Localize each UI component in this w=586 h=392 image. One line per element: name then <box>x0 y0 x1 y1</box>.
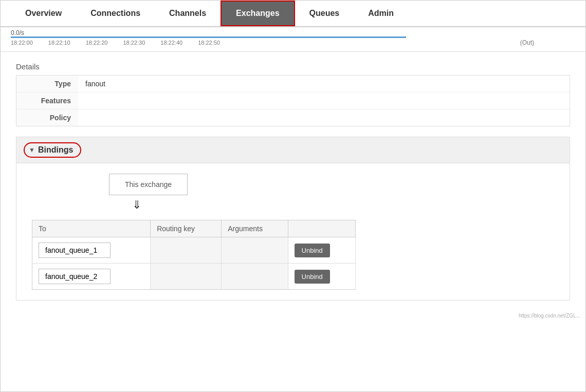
col-header-routing-key: Routing key <box>151 220 222 237</box>
details-value-policy <box>78 109 570 126</box>
binding-arguments-2 <box>222 264 288 290</box>
binding-to-1: fanout_queue_1 <box>32 237 151 264</box>
nav-item-connections[interactable]: Connections <box>76 2 155 25</box>
binding-action-2: Unbind <box>288 264 355 290</box>
bindings-body: This exchange ⇓ To Routing key Arguments… <box>16 163 570 301</box>
table-row: fanout_queue_1 Unbind <box>32 237 356 264</box>
details-section-title: Details <box>16 62 570 71</box>
timeline-label-5: 18:22:50 <box>198 40 220 46</box>
main-container: Overview Connections Channels Exchanges … <box>0 0 586 392</box>
details-row-type: Type fanout <box>16 76 570 92</box>
nav-item-exchanges[interactable]: Exchanges <box>221 1 295 26</box>
content: Details Type fanout Features Policy ▼ Bi… <box>1 52 585 311</box>
nav-item-queues[interactable]: Queues <box>295 2 354 25</box>
details-label-type: Type <box>16 76 78 92</box>
binding-action-1: Unbind <box>288 237 355 264</box>
col-header-action <box>288 220 355 237</box>
timeline-label-3: 18:22:30 <box>123 40 145 46</box>
nav-item-overview[interactable]: Overview <box>11 2 76 25</box>
arrow-down-icon: ⇓ <box>132 198 554 212</box>
nav-bar: Overview Connections Channels Exchanges … <box>1 1 585 27</box>
bindings-circle-highlight: ▼ Bindings <box>24 142 81 158</box>
binding-routing-key-2 <box>151 264 222 290</box>
timeline-labels: 18:22:00 18:22:10 18:22:20 18:22:30 18:2… <box>11 40 220 46</box>
timeline-area: 0.0/s 18:22:00 18:22:10 18:22:20 18:22:3… <box>1 27 585 52</box>
timeline-label-2: 18:22:20 <box>86 40 108 46</box>
details-row-policy: Policy <box>16 109 570 126</box>
queue-name-box-1: fanout_queue_1 <box>39 242 111 258</box>
unbind-button-2[interactable]: Unbind <box>295 270 330 284</box>
col-header-to: To <box>32 220 151 237</box>
binding-to-2: fanout_queue_2 <box>32 264 151 290</box>
details-label-features: Features <box>16 92 78 109</box>
binding-routing-key-1 <box>151 237 222 264</box>
nav-item-channels[interactable]: Channels <box>155 2 221 25</box>
bindings-table: To Routing key Arguments fanout_queue_1 <box>32 220 356 290</box>
timeline-label-0: 18:22:00 <box>11 40 33 46</box>
exchange-box: This exchange <box>109 174 188 195</box>
table-row: fanout_queue_2 Unbind <box>32 264 356 290</box>
timeline-label-1: 18:22:10 <box>48 40 70 46</box>
details-value-type: fanout <box>78 76 570 92</box>
bindings-title: Bindings <box>38 145 73 155</box>
timeline-rate: 0.0/s <box>11 29 575 36</box>
timeline-out-label: (Out) <box>520 39 534 46</box>
details-row-features: Features <box>16 92 570 109</box>
details-table: Type fanout Features Policy <box>16 75 570 126</box>
timeline-bar <box>11 36 406 38</box>
bindings-table-header-row: To Routing key Arguments <box>32 220 356 237</box>
binding-arguments-1 <box>222 237 288 264</box>
col-header-arguments: Arguments <box>222 220 288 237</box>
timeline-label-4: 18:22:40 <box>160 40 182 46</box>
watermark: https://blog.csdn.net/ZGL... <box>1 311 585 321</box>
nav-item-admin[interactable]: Admin <box>354 2 408 25</box>
queue-name-box-2: fanout_queue_2 <box>39 269 111 284</box>
details-value-features <box>78 92 570 109</box>
bindings-header[interactable]: ▼ Bindings <box>16 137 570 163</box>
unbind-button-1[interactable]: Unbind <box>295 244 330 257</box>
chevron-down-icon: ▼ <box>29 146 35 154</box>
details-label-policy: Policy <box>16 109 78 126</box>
